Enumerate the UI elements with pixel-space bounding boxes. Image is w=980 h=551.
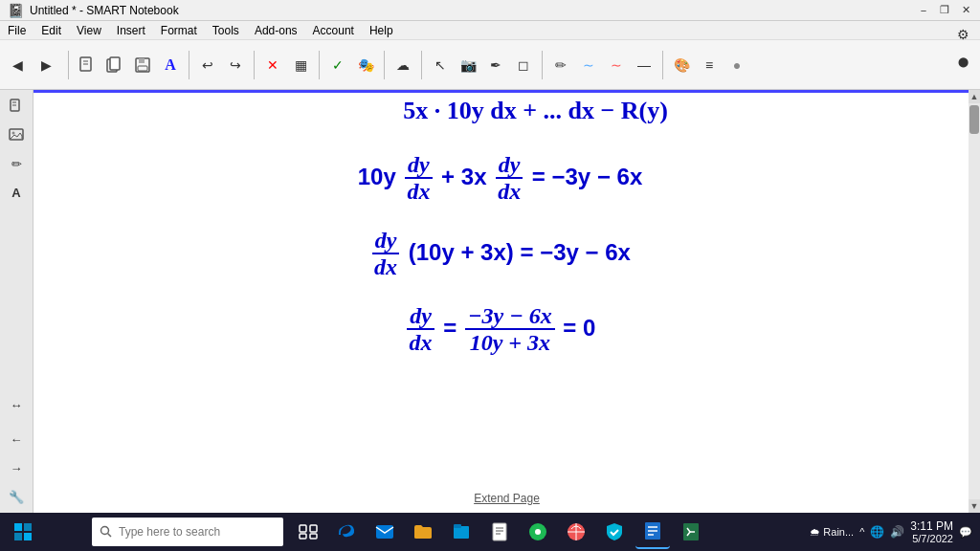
svg-rect-20 bbox=[310, 525, 317, 532]
menu-edit[interactable]: Edit bbox=[37, 22, 65, 39]
files-btn[interactable] bbox=[444, 515, 479, 549]
svg-rect-14 bbox=[24, 523, 32, 531]
tray-expand-btn[interactable]: ^ bbox=[859, 526, 864, 538]
nav-forward-button[interactable]: ▶ bbox=[33, 52, 59, 78]
file-toolbar-group: A bbox=[74, 52, 184, 78]
menu-tools[interactable]: Tools bbox=[209, 22, 243, 39]
menu-insert[interactable]: Insert bbox=[113, 22, 149, 39]
sidebar-pen-btn[interactable]: ✏ bbox=[4, 151, 29, 176]
magic-button[interactable]: 🎭 bbox=[352, 52, 379, 78]
eraser-button[interactable]: ◻ bbox=[510, 52, 537, 78]
marker-button[interactable]: ∼ bbox=[575, 52, 602, 78]
select-button[interactable]: ↖ bbox=[427, 52, 454, 78]
taskbar: 🌧 Rain... ^ 🌐 🔊 3:11 PM 5/7/2022 💬 bbox=[0, 513, 980, 551]
taskview-btn[interactable] bbox=[291, 515, 325, 549]
separator-2 bbox=[189, 51, 189, 79]
sidebar-image-btn[interactable] bbox=[4, 122, 29, 147]
sidebar-page-btn[interactable] bbox=[4, 94, 29, 119]
search-icon bbox=[100, 525, 113, 539]
menu-format[interactable]: Format bbox=[157, 22, 201, 39]
separator-7 bbox=[542, 51, 543, 79]
lines-button[interactable]: ≡ bbox=[696, 52, 723, 78]
titlebar: 📓 Untitled * - SMART Notebook − ❐ ✕ bbox=[0, 0, 980, 21]
nav-area: ◀ ▶ bbox=[4, 52, 59, 78]
svg-rect-4 bbox=[110, 57, 120, 70]
search-bar bbox=[92, 518, 283, 546]
edit-toolbar-group: ✕ ▦ bbox=[259, 52, 314, 78]
cloud-button[interactable]: ☁ bbox=[390, 52, 416, 78]
menu-account[interactable]: Account bbox=[309, 22, 358, 39]
notification-icon[interactable]: 💬 bbox=[959, 526, 972, 539]
sidebar-forward-btn[interactable]: → bbox=[4, 455, 29, 480]
sidebar-text-btn[interactable]: A bbox=[4, 180, 29, 205]
check-button[interactable]: ✓ bbox=[324, 52, 351, 78]
window-title: Untitled * - SMART Notebook bbox=[30, 4, 179, 17]
scroll-down-btn[interactable]: ▼ bbox=[969, 499, 980, 513]
minimize-button[interactable]: − bbox=[917, 4, 930, 17]
expand-button[interactable]: ⬤ bbox=[949, 48, 976, 75]
new-page-button[interactable] bbox=[74, 52, 100, 78]
system-clock: 3:11 PM 5/7/2022 bbox=[910, 519, 953, 544]
sidebar-expand-btn[interactable]: ↔ bbox=[4, 392, 29, 417]
equation-3: dy dx = −3y − 6x 10y + 3x = 0 bbox=[405, 303, 596, 356]
grid-button[interactable]: ▦ bbox=[287, 52, 314, 78]
edge-btn[interactable] bbox=[329, 515, 364, 549]
pencil-button[interactable]: ✏ bbox=[547, 52, 574, 78]
start-button[interactable] bbox=[0, 513, 46, 551]
svg-point-31 bbox=[535, 529, 541, 535]
scroll-up-btn[interactable]: ▲ bbox=[969, 90, 980, 103]
smartnb-btn[interactable] bbox=[635, 515, 670, 549]
svg-rect-13 bbox=[14, 523, 22, 531]
menu-view[interactable]: View bbox=[73, 22, 105, 39]
left-sidebar: ✏ A ↔ ← → 🔧 bbox=[0, 90, 33, 513]
maximize-button[interactable]: ❐ bbox=[938, 4, 951, 17]
menu-file[interactable]: File bbox=[4, 22, 30, 39]
notepad-btn[interactable] bbox=[482, 515, 517, 549]
text-button[interactable]: A bbox=[157, 52, 184, 78]
close-button[interactable]: ✕ bbox=[959, 4, 972, 17]
magic-toolbar-group: ✓ 🎭 bbox=[324, 52, 379, 78]
line-button[interactable]: — bbox=[631, 52, 657, 78]
search-input[interactable] bbox=[119, 525, 262, 539]
shield-btn[interactable] bbox=[597, 515, 632, 549]
menu-help[interactable]: Help bbox=[366, 22, 397, 39]
highlighter-button[interactable]: ∼ bbox=[603, 52, 630, 78]
pen-style-group: ✏ ∼ ∼ — bbox=[547, 52, 657, 78]
camera-button[interactable]: 📷 bbox=[455, 52, 481, 78]
taskbar-apps bbox=[291, 515, 810, 549]
circle-button[interactable]: ● bbox=[724, 52, 750, 78]
svg-rect-7 bbox=[138, 66, 147, 71]
extend-page-link[interactable]: Extend Page bbox=[474, 492, 540, 505]
palette-button[interactable]: 🎨 bbox=[668, 52, 695, 78]
redo-button[interactable]: ↪ bbox=[222, 52, 249, 78]
svg-rect-6 bbox=[139, 58, 145, 63]
clone-button[interactable] bbox=[101, 52, 128, 78]
pen-button[interactable]: ✒ bbox=[482, 52, 509, 78]
svg-rect-21 bbox=[300, 534, 306, 539]
system-tray: 🌧 Rain... ^ 🌐 🔊 3:11 PM 5/7/2022 💬 bbox=[810, 519, 980, 544]
sidebar-settings-btn[interactable]: 🔧 bbox=[4, 484, 29, 509]
svg-rect-16 bbox=[24, 533, 32, 540]
menubar: File Edit View Insert Format Tools Add-o… bbox=[0, 21, 980, 40]
undo-button[interactable]: ↩ bbox=[194, 52, 221, 78]
svg-rect-22 bbox=[310, 534, 317, 539]
network-icon: 🌐 bbox=[870, 525, 884, 539]
save-button[interactable] bbox=[129, 52, 156, 78]
speaker-icon: 🔊 bbox=[890, 525, 904, 539]
sidebar-back-btn[interactable]: ← bbox=[4, 427, 29, 452]
excel-btn[interactable] bbox=[674, 515, 708, 549]
explorer-btn[interactable] bbox=[406, 515, 440, 549]
settings-button[interactable]: ⚙ bbox=[949, 21, 976, 48]
svg-point-17 bbox=[101, 527, 109, 535]
menu-addons[interactable]: Add-ons bbox=[251, 22, 301, 39]
draw-toolbar-group: ↖ 📷 ✒ ◻ bbox=[427, 52, 537, 78]
delete-button[interactable]: ✕ bbox=[259, 52, 286, 78]
undo-toolbar-group: ↩ ↪ bbox=[194, 52, 249, 78]
browser-btn[interactable] bbox=[559, 515, 593, 549]
music-btn[interactable] bbox=[521, 515, 555, 549]
scroll-track[interactable] bbox=[969, 103, 980, 499]
nav-back-button[interactable]: ◀ bbox=[4, 52, 31, 78]
separator-5 bbox=[384, 51, 385, 79]
main-area: ✏ A ↔ ← → 🔧 ▲ ▼ 5x · 10y dx + ... dx − R… bbox=[0, 90, 980, 513]
outlook-btn[interactable] bbox=[368, 515, 402, 549]
